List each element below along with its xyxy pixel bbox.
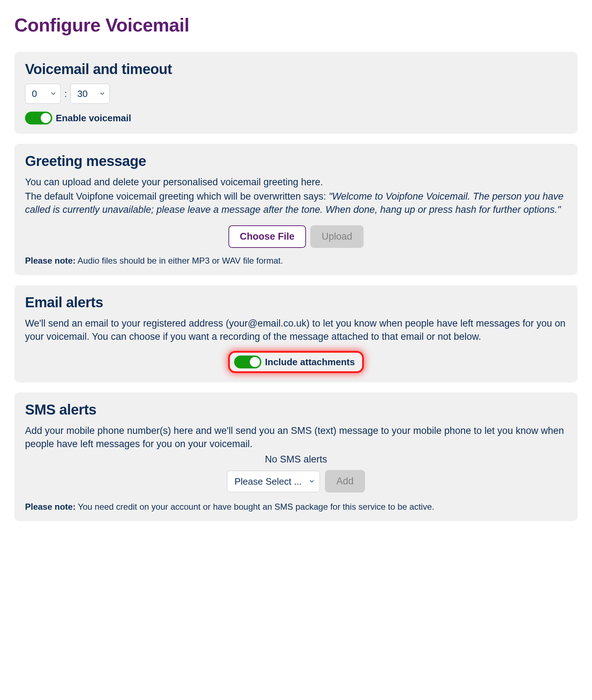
greeting-button-row: Choose File Upload: [25, 225, 567, 248]
upload-button[interactable]: Upload: [310, 225, 364, 248]
sms-alerts-heading: SMS alerts: [25, 402, 567, 418]
timeout-minutes-select[interactable]: 0: [25, 84, 61, 104]
greeting-card: Greeting message You can upload and dele…: [14, 144, 578, 275]
enable-voicemail-row: Enable voicemail: [25, 112, 567, 124]
timeout-row: 0 : 30: [25, 84, 567, 104]
sms-note: Please note: You need credit on your acc…: [25, 502, 567, 512]
greeting-note-text: Audio files should be in either MP3 or W…: [75, 256, 283, 265]
page-title: Configure Voicemail: [14, 14, 578, 36]
email-toggle-wrap: Include attachments: [25, 351, 567, 373]
sms-number-select[interactable]: Please Select ...: [227, 471, 320, 492]
timeout-seconds-select[interactable]: 30: [70, 84, 110, 104]
sms-center: No SMS alerts Please Select ... Add: [25, 454, 567, 493]
voicemail-timeout-heading: Voicemail and timeout: [25, 61, 567, 77]
greeting-note: Please note: Audio files should be in ei…: [25, 256, 567, 266]
sms-note-label: Please note:: [25, 502, 75, 511]
email-alerts-heading: Email alerts: [25, 294, 567, 310]
sms-alerts-desc: Add your mobile phone number(s) here and…: [25, 424, 567, 450]
enable-voicemail-toggle[interactable]: [25, 112, 52, 124]
email-alerts-desc: We'll send an email to your registered a…: [25, 317, 567, 343]
toggle-knob: [41, 113, 51, 123]
toggle-knob: [250, 357, 260, 367]
email-alerts-card: Email alerts We'll send an email to your…: [14, 285, 578, 382]
sms-add-button[interactable]: Add: [325, 470, 365, 493]
greeting-desc-line1: You can upload and delete your personali…: [25, 176, 567, 189]
include-attachments-highlight: Include attachments: [228, 351, 364, 373]
sms-alerts-card: SMS alerts Add your mobile phone number(…: [14, 392, 578, 521]
include-attachments-label: Include attachments: [265, 357, 355, 368]
greeting-note-label: Please note:: [25, 256, 75, 265]
sms-note-text: You need credit on your account or have …: [75, 502, 434, 511]
greeting-desc-prefix: The default Voipfone voicemail greeting …: [25, 191, 329, 202]
greeting-desc-line2: The default Voipfone voicemail greeting …: [25, 190, 567, 216]
choose-file-button[interactable]: Choose File: [228, 225, 306, 248]
include-attachments-toggle[interactable]: [234, 356, 261, 368]
timeout-separator: :: [64, 88, 67, 99]
sms-status: No SMS alerts: [25, 454, 567, 465]
voicemail-timeout-card: Voicemail and timeout 0 : 30 Enable voic…: [14, 52, 578, 134]
sms-row: Please Select ... Add: [25, 470, 567, 493]
enable-voicemail-label: Enable voicemail: [56, 113, 131, 124]
greeting-heading: Greeting message: [25, 153, 567, 169]
